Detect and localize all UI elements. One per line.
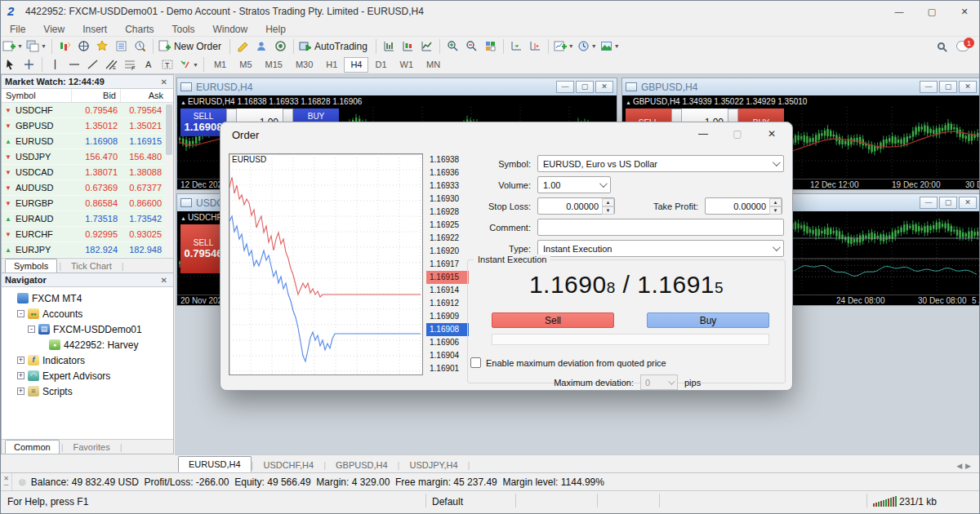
navigator-tree-item[interactable]: + Expert Advisors — [3, 368, 172, 383]
market-button[interactable] — [271, 38, 290, 55]
timeframe-button[interactable]: D1 — [368, 57, 393, 73]
zoom-out-button[interactable] — [462, 38, 481, 55]
deviation-checkbox[interactable] — [470, 357, 481, 368]
menu-item[interactable]: Help — [256, 23, 295, 36]
market-watch-close-icon[interactable]: ✕ — [158, 78, 170, 86]
notifications-icon[interactable]: 1 — [956, 41, 969, 51]
comment-input[interactable] — [537, 219, 784, 236]
close-button[interactable]: ✕ — [948, 1, 980, 22]
community-button[interactable] — [252, 38, 271, 55]
timeframe-button[interactable]: M1 — [207, 57, 233, 73]
text-label-tool[interactable]: T — [158, 56, 177, 73]
navigator-tree-item[interactable]: + Scripts — [3, 383, 172, 399]
menu-item[interactable]: Charts — [116, 23, 163, 36]
timeframe-button[interactable]: W1 — [394, 57, 421, 73]
tab-scroll-arrows[interactable]: ◀▶ — [956, 462, 980, 472]
new-order-button[interactable]: New Order — [157, 38, 226, 55]
cursor-tool[interactable] — [1, 56, 20, 73]
tree-expander-icon[interactable]: + — [17, 388, 24, 395]
autotrading-button[interactable]: AutoTrading — [297, 38, 372, 55]
menu-item[interactable]: Insert — [74, 23, 116, 36]
navigator-tree-item[interactable]: - FXCM-USDDemo01 — [3, 321, 172, 337]
periods-button[interactable]: ▼ — [576, 38, 599, 55]
market-watch-toggle[interactable] — [56, 38, 74, 55]
navigator-toggle[interactable] — [93, 38, 112, 55]
take-profit-stepper[interactable]: ▲▼ — [769, 198, 782, 214]
child-close-button[interactable]: ✕ — [959, 81, 977, 93]
terminal-toggle[interactable] — [112, 38, 131, 55]
sell-button[interactable]: Sell — [492, 312, 614, 328]
chart-window-titlebar[interactable]: GBPUSD,H4 — ▢ ✕ — [622, 78, 980, 95]
market-watch-row[interactable]: EURGBP 0.86584 0.86600 — [2, 196, 173, 211]
chart-tab[interactable]: EURUSD,H4 — [178, 456, 252, 472]
menu-item[interactable]: Window — [204, 23, 257, 36]
tree-expander-icon[interactable]: - — [28, 326, 35, 333]
menu-item[interactable]: File — [1, 23, 34, 36]
timeframe-button[interactable]: MN — [420, 57, 447, 73]
market-watch-row[interactable]: GBPUSD 1.35012 1.35021 — [2, 118, 173, 134]
menu-item[interactable]: View — [34, 23, 74, 36]
child-restore-button[interactable]: ▢ — [939, 197, 957, 209]
max-deviation-select[interactable]: 0 — [640, 374, 678, 390]
stop-loss-stepper[interactable]: ▲▼ — [602, 198, 614, 214]
market-watch-row[interactable]: EURCHF 0.92995 0.93025 — [2, 227, 173, 242]
market-watch-row[interactable]: USDJPY 156.470 156.480 — [2, 149, 173, 165]
market-watch-row[interactable]: EURAUD 1.73518 1.73542 — [2, 211, 173, 227]
search-icon[interactable] — [938, 42, 945, 50]
navigator-close-icon[interactable]: ✕ — [158, 276, 170, 285]
arrows-tool[interactable]: ▼ — [177, 56, 200, 73]
profile-indicator[interactable]: Default — [432, 496, 463, 507]
text-tool[interactable]: A — [140, 56, 158, 73]
metaeditor-button[interactable] — [234, 38, 252, 55]
crosshair-tool[interactable] — [20, 56, 38, 73]
child-minimize-button[interactable]: — — [920, 197, 938, 209]
menu-item[interactable]: Tools — [163, 23, 204, 36]
minimize-button[interactable]: — — [883, 1, 915, 22]
tile-windows-button[interactable] — [481, 38, 500, 55]
market-watch-scrollbar[interactable] — [165, 103, 173, 258]
market-watch-row[interactable]: EURUSD 1.16908 1.16915 — [2, 134, 173, 149]
child-minimize-button[interactable]: — — [920, 81, 938, 93]
child-close-button[interactable]: ✕ — [959, 197, 977, 209]
symbol-select[interactable]: EURUSD, Euro vs US Dollar — [537, 155, 784, 172]
equidistant-channel-tool[interactable]: E — [102, 56, 121, 73]
candlestick-button[interactable] — [399, 38, 417, 55]
data-window-toggle[interactable] — [74, 38, 93, 55]
market-watch-row[interactable]: USDCHF 0.79546 0.79564 — [2, 103, 173, 118]
chart-window-titlebar[interactable]: EURUSD,H4 — ▢ ✕ — [177, 78, 617, 95]
strategy-tester-toggle[interactable] — [131, 38, 149, 55]
profiles-button[interactable]: ▼ — [24, 38, 48, 55]
tree-expander-icon[interactable]: + — [17, 357, 24, 364]
line-chart-button[interactable] — [417, 38, 436, 55]
navigator-tree-item[interactable]: + Indicators — [3, 352, 172, 368]
chart-tab[interactable]: GBPUSD,H4 — [326, 458, 398, 472]
timeframe-button[interactable]: M15 — [259, 57, 289, 73]
tree-expander-icon[interactable]: - — [17, 310, 24, 317]
chart-tab[interactable]: USDCHF,H4 — [253, 458, 323, 472]
child-restore-button[interactable]: ▢ — [939, 81, 957, 93]
market-watch-row[interactable]: USDCAD 1.38071 1.38088 — [2, 165, 173, 180]
auto-scroll-button[interactable] — [507, 38, 526, 55]
stop-loss-input[interactable]: 0.00000 ▲▼ — [537, 197, 615, 215]
bar-chart-button[interactable] — [380, 38, 399, 55]
type-select[interactable]: Instant Execution — [537, 240, 784, 257]
horizontal-line-tool[interactable] — [65, 56, 83, 73]
navigator-tree-item[interactable]: - Accounts — [3, 306, 172, 321]
indicators-button[interactable]: ▼ — [552, 38, 576, 55]
market-watch-tab[interactable]: Symbols — [5, 259, 57, 273]
dialog-close-button[interactable]: ✕ — [761, 126, 782, 142]
navigator-tree-item[interactable]: 4422952: Harvey — [3, 337, 172, 352]
timeframe-button[interactable]: M5 — [233, 57, 258, 73]
chart-tab[interactable]: USDJPY,H4 — [399, 458, 467, 472]
chart-shift-button[interactable] — [526, 38, 545, 55]
market-watch-tab[interactable]: Tick Chart — [63, 259, 120, 273]
market-watch-row[interactable]: EURJPY 182.924 182.948 — [2, 242, 173, 258]
navigator-tab[interactable]: Favorites — [65, 441, 118, 454]
tree-expander-icon[interactable]: + — [17, 372, 24, 379]
navigator-tree-item[interactable]: FXCM MT4 — [3, 290, 172, 306]
timeframe-button[interactable]: H4 — [344, 57, 368, 73]
terminal-pin-icon[interactable]: ─ — [4, 482, 9, 489]
zoom-in-button[interactable] — [443, 38, 462, 55]
templates-button[interactable]: ▼ — [599, 38, 621, 55]
new-chart-button[interactable]: ▼ — [1, 38, 24, 55]
